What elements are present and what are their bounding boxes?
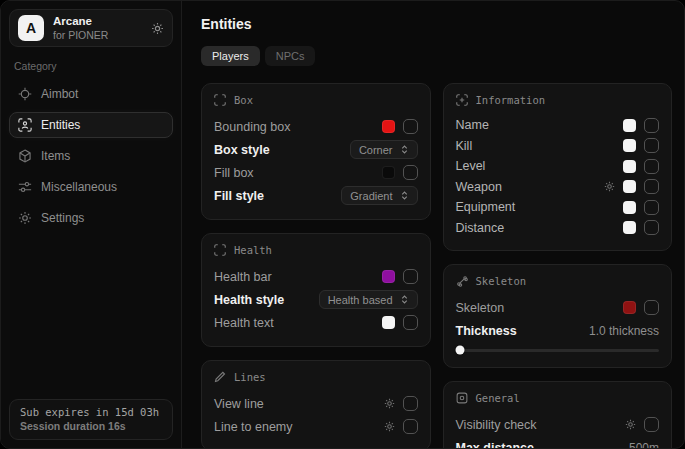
setting-row-line-to-enemy: Line to enemy	[214, 415, 418, 438]
checkbox[interactable]	[403, 396, 418, 411]
gear-icon	[18, 211, 32, 225]
checkbox[interactable]	[644, 220, 659, 235]
checkbox[interactable]	[644, 200, 659, 215]
checkbox[interactable]	[644, 417, 659, 432]
setting-row-box-style: Box style Corner	[214, 138, 418, 161]
checkbox[interactable]	[403, 119, 418, 134]
gear-icon[interactable]	[604, 181, 615, 192]
sidebar-item-items[interactable]: Items	[9, 143, 173, 169]
health-scan-icon	[214, 244, 226, 256]
tab-npcs[interactable]: NPCs	[265, 46, 316, 66]
color-swatch[interactable]	[623, 301, 636, 314]
main-content: Entities Players NPCs Box	[182, 1, 684, 448]
session-duration-text: Session duration 16s	[20, 420, 162, 432]
sidebar-item-miscellaneous[interactable]: Miscellaneous	[9, 174, 173, 200]
sidebar-item-label: Items	[41, 149, 70, 163]
sidebar-item-aimbot[interactable]: Aimbot	[9, 81, 173, 107]
checkbox[interactable]	[403, 315, 418, 330]
color-swatch[interactable]	[382, 166, 395, 179]
color-swatch[interactable]	[623, 139, 636, 152]
color-swatch[interactable]	[382, 120, 395, 133]
card-title: Information	[476, 94, 546, 106]
unfold-icon	[400, 191, 409, 200]
setting-row-fill-style: Fill style Gradient	[214, 184, 418, 207]
gear-icon[interactable]	[151, 22, 164, 35]
sliders-icon	[18, 180, 32, 194]
unfold-icon	[400, 145, 409, 154]
box-style-dropdown[interactable]: Corner	[350, 140, 418, 159]
card-title: Lines	[234, 371, 266, 383]
checkbox[interactable]	[403, 419, 418, 434]
checkbox[interactable]	[644, 118, 659, 133]
skeleton-card: Skeleton Skeleton Thickness 1.0 thicknes…	[443, 264, 673, 368]
color-swatch[interactable]	[623, 221, 636, 234]
setting-row-distance: Distance	[456, 218, 660, 239]
cube-icon	[18, 149, 32, 163]
setting-row-visibility-check: Visibility check	[456, 413, 660, 436]
sidebar-item-settings[interactable]: Settings	[9, 205, 173, 231]
entity-tabs: Players NPCs	[201, 46, 672, 66]
unfold-icon	[400, 295, 409, 304]
checkbox[interactable]	[403, 165, 418, 180]
gear-icon[interactable]	[384, 398, 395, 409]
checkbox[interactable]	[644, 300, 659, 315]
color-swatch[interactable]	[623, 119, 636, 132]
health-style-dropdown[interactable]: Health based	[319, 290, 418, 309]
setting-row-thickness: Thickness 1.0 thickness	[456, 319, 660, 342]
app-window: A Arcane for PIONER Category	[0, 0, 685, 449]
setting-row-level: Level	[456, 156, 660, 177]
card-title: General	[476, 392, 520, 404]
setting-row-name: Name	[456, 115, 660, 136]
app-subtitle: for PIONER	[53, 29, 142, 41]
max-distance-value: 500m	[629, 441, 659, 449]
sidebar-item-label: Aimbot	[41, 87, 78, 101]
info-scan-icon	[456, 94, 468, 106]
setting-row-health-text: Health text	[214, 311, 418, 334]
brand-card: A Arcane for PIONER	[9, 9, 173, 47]
setting-row-bounding-box: Bounding box	[214, 115, 418, 138]
sidebar-nav: Aimbot Entities	[9, 81, 173, 231]
crosshair-icon	[18, 87, 32, 101]
sidebar-item-label: Entities	[41, 118, 80, 132]
subscription-info-card: Sub expires in 15d 03h Session duration …	[9, 399, 173, 440]
setting-row-skeleton: Skeleton	[456, 296, 660, 319]
checkbox[interactable]	[644, 138, 659, 153]
category-label: Category	[14, 60, 169, 72]
sub-expires-text: Sub expires in 15d 03h	[20, 406, 162, 418]
person-scan-icon	[18, 118, 32, 132]
color-swatch[interactable]	[623, 180, 636, 193]
sidebar-item-label: Miscellaneous	[41, 180, 117, 194]
fill-style-dropdown[interactable]: Gradient	[341, 186, 417, 205]
card-title: Box	[234, 94, 253, 106]
checkbox[interactable]	[644, 179, 659, 194]
setting-row-kill: Kill	[456, 136, 660, 157]
app-logo: A	[18, 15, 44, 41]
checkbox[interactable]	[403, 269, 418, 284]
card-title: Skeleton	[476, 275, 527, 287]
color-swatch[interactable]	[623, 201, 636, 214]
sidebar-item-entities[interactable]: Entities	[9, 112, 173, 138]
setting-row-view-line: View line	[214, 392, 418, 415]
page-title: Entities	[201, 16, 672, 32]
gear-icon[interactable]	[384, 421, 395, 432]
card-title: Health	[234, 244, 272, 256]
general-card: General Visibility check	[443, 381, 673, 448]
setting-row-weapon: Weapon	[456, 177, 660, 198]
color-swatch[interactable]	[623, 160, 636, 173]
information-card: Information Name Kill	[443, 83, 673, 251]
color-swatch[interactable]	[382, 316, 395, 329]
color-swatch[interactable]	[382, 270, 395, 283]
tab-players[interactable]: Players	[201, 46, 260, 66]
setting-row-max-distance: Max distance 500m	[456, 436, 660, 448]
pencil-icon	[214, 371, 226, 383]
box-scan-icon	[214, 94, 226, 106]
gear-icon[interactable]	[625, 419, 636, 430]
thickness-slider[interactable]	[456, 345, 660, 355]
sidebar-item-label: Settings	[41, 211, 84, 225]
thickness-value: 1.0 thickness	[589, 324, 659, 338]
checkbox[interactable]	[644, 159, 659, 174]
box-card: Box Bounding box Box style Corner	[201, 83, 431, 220]
sidebar: A Arcane for PIONER Category	[1, 1, 182, 448]
slider-thumb[interactable]	[455, 346, 464, 355]
bone-icon	[456, 275, 468, 287]
